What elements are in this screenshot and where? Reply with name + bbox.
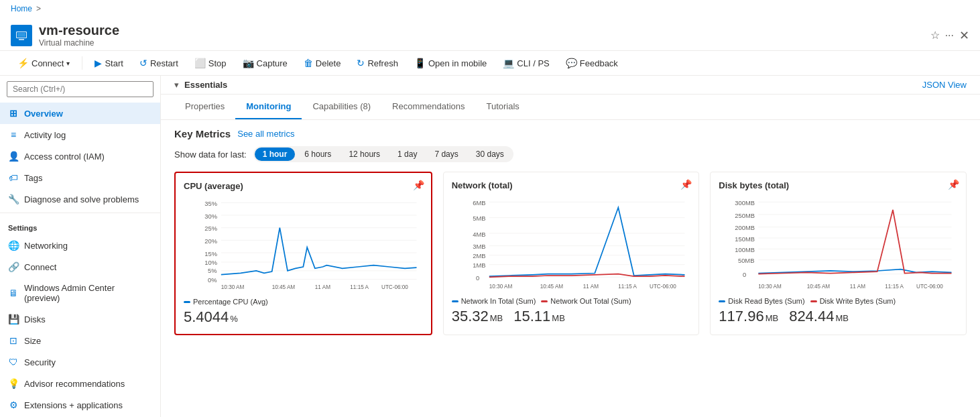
time-7d[interactable]: 7 days bbox=[426, 147, 466, 161]
mobile-button[interactable]: 📱 Open in mobile bbox=[408, 55, 493, 71]
sidebar-overview-label: Overview bbox=[24, 109, 63, 119]
refresh-button[interactable]: ↻ Refresh bbox=[350, 55, 405, 71]
cpu-pin-icon[interactable]: 📌 bbox=[413, 180, 424, 190]
svg-text:15%: 15% bbox=[204, 251, 217, 257]
time-6h[interactable]: 6 hours bbox=[296, 147, 339, 161]
cli-button[interactable]: 💻 CLI / PS bbox=[496, 55, 556, 71]
iam-icon: 👤 bbox=[8, 151, 19, 162]
time-1h[interactable]: 1 hour bbox=[255, 147, 296, 161]
network-in-label: Network In Total (Sum) bbox=[461, 297, 536, 305]
network-chart-card[interactable]: Network (total) 📌 6MB 5MB 4MB 3MB 2MB 1M… bbox=[443, 172, 700, 335]
svg-text:0%: 0% bbox=[208, 277, 217, 284]
breadcrumb-separator: > bbox=[36, 4, 41, 13]
tab-monitoring[interactable]: Monitoring bbox=[235, 95, 302, 119]
disk-legend: Disk Read Bytes (Sum) Disk Write Bytes (… bbox=[719, 297, 958, 305]
cpu-legend-dot bbox=[184, 301, 190, 303]
sidebar-item-diagnose[interactable]: 🔧 Diagnose and solve problems bbox=[0, 188, 160, 210]
stop-button[interactable]: ⬜ Stop bbox=[188, 55, 233, 71]
sidebar-item-tags[interactable]: 🏷 Tags bbox=[0, 167, 160, 188]
header-text: vm-resource Virtual machine bbox=[39, 23, 119, 48]
tab-capabilities[interactable]: Capabilities (8) bbox=[302, 95, 381, 119]
svg-text:0: 0 bbox=[743, 272, 746, 278]
search-input[interactable] bbox=[7, 81, 154, 97]
sidebar-extensions-label: Extensions + applications bbox=[24, 400, 123, 410]
tab-tutorials[interactable]: Tutorials bbox=[476, 95, 530, 119]
sidebar-item-advisor[interactable]: 💡 Advisor recommendations bbox=[0, 373, 160, 394]
sidebar-networking-label: Networking bbox=[24, 241, 68, 251]
sidebar-item-overview[interactable]: ⊞ Overview bbox=[0, 103, 160, 124]
more-button[interactable]: ··· bbox=[945, 28, 954, 43]
time-30d[interactable]: 30 days bbox=[468, 147, 512, 161]
time-1d[interactable]: 1 day bbox=[389, 147, 425, 161]
main-content: ⊞ Overview ≡ Activity log 👤 Access contr… bbox=[0, 76, 980, 417]
toolbar: ⚡ Connect ▾ ▶ Start ↺ Restart ⬜ Stop 📷 C… bbox=[0, 51, 980, 76]
restart-button[interactable]: ↺ Restart bbox=[133, 55, 185, 71]
delete-button[interactable]: 🗑 Delete bbox=[297, 55, 348, 71]
cpu-chart-card[interactable]: CPU (average) 📌 35% 30% 25% 20% 15% 10% … bbox=[174, 172, 432, 335]
capture-button[interactable]: 📷 Capture bbox=[236, 55, 294, 71]
sidebar-disks-label: Disks bbox=[24, 314, 46, 324]
tab-properties[interactable]: Properties bbox=[174, 95, 235, 119]
breadcrumb-home[interactable]: Home bbox=[11, 4, 32, 13]
sidebar-item-networking[interactable]: 🌐 Networking bbox=[0, 235, 160, 256]
tags-icon: 🏷 bbox=[8, 172, 19, 183]
essentials-bar[interactable]: ▾ Essentials JSON View bbox=[161, 76, 980, 95]
refresh-icon: ↻ bbox=[357, 58, 365, 68]
network-pin-icon[interactable]: 📌 bbox=[680, 179, 692, 190]
svg-text:50MB: 50MB bbox=[738, 257, 754, 264]
network-in-value: 35.32 bbox=[452, 308, 489, 325]
stop-icon: ⬜ bbox=[194, 58, 206, 68]
extensions-icon: ⚙ bbox=[8, 400, 19, 410]
svg-text:200MB: 200MB bbox=[735, 225, 755, 231]
cpu-legend: Percentage CPU (Avg) bbox=[184, 298, 423, 306]
sidebar-item-size[interactable]: ⊡ Size bbox=[0, 330, 160, 351]
capture-icon: 📷 bbox=[243, 58, 254, 68]
see-all-metrics-link[interactable]: See all metrics bbox=[237, 129, 294, 139]
network-out-label: Network Out Total (Sum) bbox=[550, 297, 631, 305]
close-button[interactable]: ✕ bbox=[959, 28, 969, 43]
svg-text:10:45 AM: 10:45 AM bbox=[807, 284, 831, 290]
refresh-label: Refresh bbox=[367, 58, 398, 68]
svg-text:1MB: 1MB bbox=[473, 262, 485, 269]
favorite-button[interactable]: ☆ bbox=[930, 28, 940, 43]
svg-text:3MB: 3MB bbox=[473, 243, 485, 250]
vm-type: Virtual machine bbox=[39, 38, 119, 48]
sidebar-item-security[interactable]: 🛡 Security bbox=[0, 351, 160, 373]
connect-button[interactable]: ⚡ Connect ▾ bbox=[11, 55, 76, 71]
charts-grid: CPU (average) 📌 35% 30% 25% 20% 15% 10% … bbox=[174, 172, 967, 335]
vm-icon bbox=[11, 25, 32, 46]
sidebar-diagnose-label: Diagnose and solve problems bbox=[24, 194, 139, 204]
tab-recommendations[interactable]: Recommendations bbox=[381, 95, 475, 119]
sidebar-item-iam[interactable]: 👤 Access control (IAM) bbox=[0, 145, 160, 167]
page-header: vm-resource Virtual machine ☆ ··· ✕ bbox=[0, 17, 980, 51]
svg-text:11 AM: 11 AM bbox=[315, 284, 330, 290]
network-in-legend: Network In Total (Sum) bbox=[452, 297, 536, 305]
sidebar-item-activity-log[interactable]: ≡ Activity log bbox=[0, 124, 160, 145]
header-actions: ☆ ··· ✕ bbox=[930, 28, 969, 43]
svg-text:UTC-06:00: UTC-06:00 bbox=[916, 284, 943, 290]
time-filter: Show data for last: 1 hour 6 hours 12 ho… bbox=[174, 146, 967, 162]
feedback-button[interactable]: 💬 Feedback bbox=[559, 55, 625, 71]
json-view-link[interactable]: JSON View bbox=[922, 80, 967, 90]
sidebar-activity-label: Activity log bbox=[24, 130, 66, 140]
time-12h[interactable]: 12 hours bbox=[341, 147, 388, 161]
sidebar-item-windows-admin[interactable]: 🖥 Windows Admin Center (preview) bbox=[0, 278, 160, 308]
svg-text:10%: 10% bbox=[204, 259, 217, 266]
network-out-dot bbox=[541, 300, 548, 302]
svg-text:UTC-06:00: UTC-06:00 bbox=[381, 284, 408, 290]
cli-label: CLI / PS bbox=[517, 58, 549, 68]
disk-chart-title: Disk bytes (total) bbox=[719, 180, 958, 190]
sidebar-item-disks[interactable]: 💾 Disks bbox=[0, 308, 160, 330]
disk-pin-icon[interactable]: 📌 bbox=[948, 179, 959, 190]
sidebar-item-extensions[interactable]: ⚙ Extensions + applications bbox=[0, 394, 160, 416]
mobile-icon: 📱 bbox=[414, 58, 426, 68]
svg-text:250MB: 250MB bbox=[735, 213, 755, 219]
disks-icon: 💾 bbox=[8, 314, 19, 324]
disk-chart-card[interactable]: Disk bytes (total) 📌 300MB 250MB 200MB 1… bbox=[710, 172, 967, 335]
sidebar-item-connect[interactable]: 🔗 Connect bbox=[0, 256, 160, 278]
sidebar: ⊞ Overview ≡ Activity log 👤 Access contr… bbox=[0, 76, 161, 417]
svg-text:30%: 30% bbox=[204, 213, 217, 220]
start-button[interactable]: ▶ Start bbox=[88, 55, 129, 71]
disk-write-label: Disk Write Bytes (Sum) bbox=[820, 297, 896, 305]
svg-text:300MB: 300MB bbox=[735, 200, 755, 206]
